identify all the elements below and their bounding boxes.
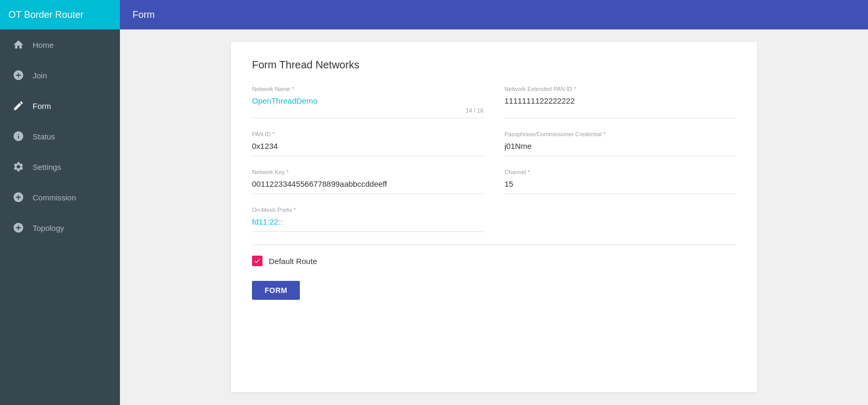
network-ext-pan-id-label: Network Extended PAN ID * xyxy=(504,86,736,92)
network-name-label: Network Name * xyxy=(252,86,483,92)
sidebar-item-home[interactable]: Home xyxy=(0,29,120,60)
network-key-label: Network Key * xyxy=(252,169,483,175)
on-mesh-prefix-field: On-Mesh Prefix * xyxy=(252,207,483,232)
sidebar-item-join[interactable]: Join xyxy=(0,60,120,90)
passphrase-input[interactable] xyxy=(504,140,736,151)
join-icon xyxy=(13,69,24,81)
channel-label: Channel * xyxy=(504,169,736,175)
network-name-input[interactable] xyxy=(252,95,483,106)
channel-field: Channel * xyxy=(504,169,736,194)
default-route-row: Default Route xyxy=(252,256,736,266)
sidebar-item-commission[interactable]: Commission xyxy=(0,182,120,212)
sidebar-item-topology-label: Topology xyxy=(33,224,64,232)
sidebar-item-commission-label: Commission xyxy=(33,193,76,202)
form-submit-button[interactable]: FORM xyxy=(252,281,300,300)
commission-icon xyxy=(13,191,24,203)
form-row-2: PAN ID * Passphrase/Commissioner Credent… xyxy=(252,131,736,156)
status-icon xyxy=(13,130,24,142)
pan-id-field: PAN ID * xyxy=(252,131,483,156)
network-ext-pan-id-input[interactable] xyxy=(504,95,736,106)
network-key-input[interactable] xyxy=(252,178,483,189)
pan-id-input[interactable] xyxy=(252,140,483,151)
sidebar: OT Border Router Home Join Form xyxy=(0,0,120,405)
main: Form Form Thread Networks Network Name *… xyxy=(120,0,868,405)
on-mesh-prefix-input[interactable] xyxy=(252,216,483,227)
form-title: Form Thread Networks xyxy=(252,59,736,71)
passphrase-field: Passphrase/Commissioner Credential * xyxy=(504,131,736,156)
topology-icon xyxy=(13,222,24,234)
app-title: OT Border Router xyxy=(8,9,84,21)
form-icon xyxy=(13,100,24,112)
sidebar-item-form[interactable]: Form xyxy=(0,90,120,121)
form-row-4: On-Mesh Prefix * xyxy=(252,207,736,232)
network-key-field: Network Key * xyxy=(252,169,483,194)
topbar: Form xyxy=(120,0,868,29)
sidebar-item-topology[interactable]: Topology xyxy=(0,212,120,243)
sidebar-item-join-label: Join xyxy=(33,71,47,80)
form-divider xyxy=(252,245,736,245)
passphrase-label: Passphrase/Commissioner Credential * xyxy=(504,131,736,137)
form-row-1: Network Name * 14 / 16 Network Extended … xyxy=(252,86,736,118)
on-mesh-prefix-label: On-Mesh Prefix * xyxy=(252,207,483,213)
network-ext-pan-id-field: Network Extended PAN ID * xyxy=(504,86,736,118)
sidebar-item-home-label: Home xyxy=(33,40,54,49)
sidebar-item-settings-label: Settings xyxy=(33,163,61,171)
sidebar-header: OT Border Router xyxy=(0,0,120,29)
network-name-field: Network Name * 14 / 16 xyxy=(252,86,483,118)
sidebar-item-settings[interactable]: Settings xyxy=(0,151,120,182)
form-card: Form Thread Networks Network Name * 14 /… xyxy=(231,42,757,392)
pan-id-label: PAN ID * xyxy=(252,131,483,137)
sidebar-item-form-label: Form xyxy=(33,102,51,110)
form-row-3: Network Key * Channel * xyxy=(252,169,736,194)
sidebar-item-status-label: Status xyxy=(33,132,55,141)
settings-icon xyxy=(13,161,24,173)
home-icon xyxy=(13,39,24,50)
network-name-char-count: 14 / 16 xyxy=(252,107,483,114)
default-route-checkbox[interactable] xyxy=(252,256,263,266)
content-area: Form Thread Networks Network Name * 14 /… xyxy=(120,29,868,405)
topbar-title: Form xyxy=(133,9,155,21)
channel-input[interactable] xyxy=(504,178,736,189)
default-route-label: Default Route xyxy=(269,257,317,266)
sidebar-item-status[interactable]: Status xyxy=(0,121,120,151)
